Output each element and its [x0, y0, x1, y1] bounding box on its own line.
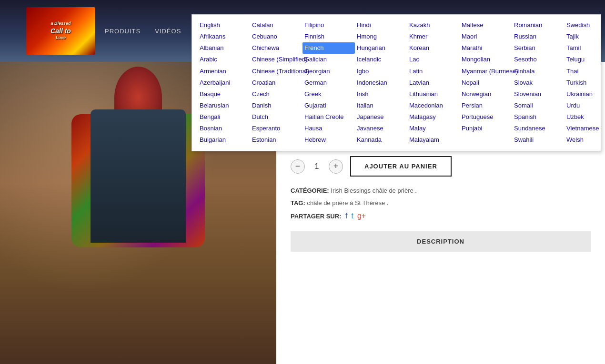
lang-sesotho[interactable]: Sesotho: [512, 54, 565, 65]
lang-welsh[interactable]: Welsh: [565, 134, 605, 146]
lang-haitian-creole[interactable]: Haitian Creole: [302, 111, 355, 123]
lang-persian[interactable]: Persian: [460, 100, 512, 111]
lang-col-2: Catalan Cebuano Chichewa Chinese (Simpli…: [250, 20, 302, 146]
quantity-increase-button[interactable]: +: [329, 159, 343, 174]
lang-romanian[interactable]: Romanian: [512, 20, 565, 31]
lang-armenian[interactable]: Armenian: [198, 66, 250, 77]
lang-basque[interactable]: Basque: [198, 89, 250, 100]
lang-azerbaijani[interactable]: Azerbaijani: [198, 77, 250, 89]
description-button[interactable]: DESCRIPTION: [291, 231, 591, 252]
lang-marathi[interactable]: Marathi: [460, 42, 512, 54]
lang-slovak[interactable]: Slovak: [512, 77, 565, 89]
lang-sinhala[interactable]: Sinhala: [512, 66, 565, 77]
lang-malay[interactable]: Malay: [407, 123, 460, 134]
lang-french[interactable]: French: [302, 42, 355, 54]
lang-gujarati[interactable]: Gujarati: [302, 100, 355, 111]
lang-spanish[interactable]: Spanish: [512, 111, 565, 123]
lang-bengali[interactable]: Bengali: [198, 111, 250, 123]
lang-macedonian[interactable]: Macedonian: [407, 100, 460, 111]
lang-slovenian[interactable]: Slovenian: [512, 89, 565, 100]
lang-afrikaans[interactable]: Afrikaans: [198, 31, 250, 42]
lang-urdu[interactable]: Urdu: [565, 100, 605, 111]
lang-myanmar[interactable]: Myanmar (Burmese): [460, 66, 512, 77]
lang-telugu[interactable]: Telugu: [565, 54, 605, 65]
lang-thai[interactable]: Thai: [565, 66, 605, 77]
lang-estonian[interactable]: Estonian: [250, 134, 302, 146]
lang-korean[interactable]: Korean: [407, 42, 460, 54]
lang-uzbek[interactable]: Uzbek: [565, 111, 605, 123]
lang-hebrew[interactable]: Hebrew: [302, 134, 355, 146]
lang-catalan[interactable]: Catalan: [250, 20, 302, 31]
lang-maori[interactable]: Maori: [460, 31, 512, 42]
lang-ukrainian[interactable]: Ukrainian: [565, 89, 605, 100]
lang-hausa[interactable]: Hausa: [302, 123, 355, 134]
lang-latin[interactable]: Latin: [407, 66, 460, 77]
lang-hindi[interactable]: Hindi: [355, 20, 407, 31]
lang-turkish[interactable]: Turkish: [565, 77, 605, 89]
lang-malayalam[interactable]: Malayalam: [407, 134, 460, 146]
lang-japanese[interactable]: Japanese: [355, 111, 407, 123]
lang-chinese-simplified[interactable]: Chinese (Simplified): [250, 54, 302, 65]
lang-italian[interactable]: Italian: [355, 100, 407, 111]
lang-tamil[interactable]: Tamil: [565, 42, 605, 54]
lang-indonesian[interactable]: Indonesian: [355, 77, 407, 89]
lang-croatian[interactable]: Croatian: [250, 77, 302, 89]
lang-russian[interactable]: Russian: [512, 31, 565, 42]
lang-finnish[interactable]: Finnish: [302, 31, 355, 42]
twitter-icon[interactable]: t: [351, 210, 353, 222]
lang-serbian[interactable]: Serbian: [512, 42, 565, 54]
lang-czech[interactable]: Czech: [250, 89, 302, 100]
lang-chinese-traditional[interactable]: Chinese (Traditional): [250, 66, 302, 77]
lang-albanian[interactable]: Albanian: [198, 42, 250, 54]
lang-esperanto[interactable]: Esperanto: [250, 123, 302, 134]
lang-kannada[interactable]: Kannada: [355, 134, 407, 146]
lang-vietnamese[interactable]: Vietnamese: [565, 123, 605, 134]
lang-somali[interactable]: Somali: [512, 100, 565, 111]
lang-mongolian[interactable]: Mongolian: [460, 54, 512, 65]
google-plus-icon[interactable]: g+: [357, 210, 366, 222]
lang-danish[interactable]: Danish: [250, 100, 302, 111]
lang-english[interactable]: English: [198, 20, 250, 31]
lang-cebuano[interactable]: Cebuano: [250, 31, 302, 42]
nav-videos[interactable]: VIDÉOS: [155, 28, 181, 35]
lang-igbo[interactable]: Igbo: [355, 66, 407, 77]
lang-portuguese[interactable]: Portuguese: [460, 111, 512, 123]
quantity-decrease-button[interactable]: −: [291, 159, 305, 174]
lang-bulgarian[interactable]: Bulgarian: [198, 134, 250, 146]
lang-irish[interactable]: Irish: [355, 89, 407, 100]
lang-norwegian[interactable]: Norwegian: [460, 89, 512, 100]
social-icons: f t g+: [345, 210, 366, 222]
site-logo[interactable]: a Blessed Call to Love: [26, 7, 95, 55]
lang-georgian[interactable]: Georgian: [302, 66, 355, 77]
lang-hmong[interactable]: Hmong: [355, 31, 407, 42]
lang-swedish[interactable]: Swedish: [565, 20, 605, 31]
lang-javanese[interactable]: Javanese: [355, 123, 407, 134]
lang-galician[interactable]: Galician: [302, 54, 355, 65]
lang-hungarian[interactable]: Hungarian: [355, 42, 407, 54]
lang-bosnian[interactable]: Bosnian: [198, 123, 250, 134]
lang-swahili[interactable]: Swahili: [512, 134, 565, 146]
lang-chichewa[interactable]: Chichewa: [250, 42, 302, 54]
lang-maltese[interactable]: Maltese: [460, 20, 512, 31]
lang-belarusian[interactable]: Belarusian: [198, 100, 250, 111]
lang-punjabi[interactable]: Punjabi: [460, 123, 512, 134]
lang-sundanese[interactable]: Sundanese: [512, 123, 565, 134]
add-to-cart-button[interactable]: AJOUTER AU PANIER: [350, 156, 452, 177]
facebook-icon[interactable]: f: [345, 210, 347, 222]
lang-latvian[interactable]: Latvian: [407, 77, 460, 89]
lang-lithuanian[interactable]: Lithuanian: [407, 89, 460, 100]
lang-lao[interactable]: Lao: [407, 54, 460, 65]
language-dropdown: English Afrikaans Albanian Arabic Armeni…: [192, 14, 601, 151]
lang-tajik[interactable]: Tajik: [565, 31, 605, 42]
lang-kazakh[interactable]: Kazakh: [407, 20, 460, 31]
lang-dutch[interactable]: Dutch: [250, 111, 302, 123]
nav-produits[interactable]: PRODUITS: [105, 28, 141, 35]
lang-nepali[interactable]: Nepali: [460, 77, 512, 89]
lang-filipino[interactable]: Filipino: [302, 20, 355, 31]
lang-malagasy[interactable]: Malagasy: [407, 111, 460, 123]
lang-khmer[interactable]: Khmer: [407, 31, 460, 42]
lang-arabic[interactable]: Arabic: [198, 54, 250, 65]
lang-icelandic[interactable]: Icelandic: [355, 54, 407, 65]
lang-greek[interactable]: Greek: [302, 89, 355, 100]
lang-german[interactable]: German: [302, 77, 355, 89]
